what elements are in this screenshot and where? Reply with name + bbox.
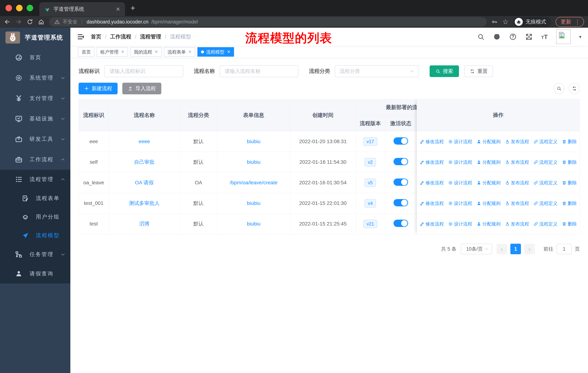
help-icon[interactable] [509,33,517,40]
sidebar-item-infra[interactable]: 基础设施 [0,109,70,129]
fullscreen-icon[interactable] [525,33,533,40]
action-edit-process[interactable]: 修改流程 [420,200,444,206]
sidebar-item-user-group[interactable]: 用户分组 [0,208,70,226]
browser-tab[interactable]: 芋道管理系统 ✕ [39,2,125,16]
form-info-link[interactable]: biubiu [247,200,261,206]
action-process-definition[interactable]: 流程定义 [534,180,557,186]
bookmark-star-icon[interactable]: ☆ [502,18,509,26]
action-edit-process[interactable]: 修改流程 [420,221,444,227]
caret-down-icon[interactable]: ▾ [579,34,581,40]
show-search-button[interactable] [554,83,565,94]
action-assign-rule[interactable]: 分配规则 [477,200,501,206]
process-name-link[interactable]: OA 请假 [135,180,154,185]
action-assign-rule[interactable]: 分配规则 [477,139,501,145]
sidebar-item-home[interactable]: 首页 [0,47,70,68]
breadcrumb-workflow[interactable]: 工作流程 [110,33,131,40]
active-toggle[interactable] [394,158,408,165]
action-publish-process[interactable]: 发布流程 [505,180,529,186]
action-design-process[interactable]: 设计流程 [448,159,472,165]
avatar[interactable] [556,30,571,44]
import-process-button[interactable]: 导入流程 [122,83,161,94]
process-name-link[interactable]: 滔博 [139,221,149,227]
search-button[interactable]: 搜索 [430,65,459,77]
goto-page-input[interactable] [557,244,572,254]
back-icon[interactable] [4,19,10,25]
action-edit-process[interactable]: 修改流程 [420,180,444,186]
action-design-process[interactable]: 设计流程 [448,180,472,186]
search-icon[interactable] [477,33,485,40]
version-badge[interactable]: v5 [365,179,376,187]
action-publish-process[interactable]: 发布流程 [505,139,529,145]
font-size-icon[interactable]: TT [541,33,547,40]
prev-page-button[interactable]: ‹ [496,244,507,254]
action-process-definition[interactable]: 流程定义 [534,159,557,165]
sidebar-item-leave-query[interactable]: 请假查询 [0,264,70,283]
key-icon[interactable] [491,19,498,25]
action-design-process[interactable]: 设计流程 [448,139,472,145]
version-badge[interactable]: v4 [365,199,376,208]
reload-icon[interactable] [27,19,33,25]
process-name-input[interactable] [220,65,298,77]
form-info-link[interactable]: biubiu [247,221,261,227]
address-bar[interactable]: 不安全 dashboard.yudao.iocoder.cn/bpm/manag… [49,17,487,27]
action-publish-process[interactable]: 发布流程 [505,159,529,165]
sidebar-item-devtools[interactable]: 研发工具 [0,129,70,149]
action-delete[interactable]: 删除 [562,159,577,165]
next-page-button[interactable]: › [524,244,535,254]
version-badge[interactable]: v17 [363,137,377,146]
window-close-button[interactable] [5,5,12,11]
process-name-link[interactable]: eeee [138,139,150,144]
action-assign-rule[interactable]: 分配规则 [477,180,501,186]
current-page-button[interactable]: 1 [510,244,521,254]
sidebar-item-system[interactable]: 系统管理 [0,68,70,88]
action-publish-process[interactable]: 发布流程 [505,200,529,206]
tag-close-icon[interactable]: ✕ [188,50,192,54]
breadcrumb-process-mgmt[interactable]: 流程管理 [140,33,161,40]
window-zoom-button[interactable] [27,5,33,11]
active-toggle[interactable] [394,137,408,145]
version-badge[interactable]: v2 [365,158,376,166]
tab-close-icon[interactable]: ✕ [116,6,120,12]
reset-button[interactable]: 重置 [464,65,493,77]
form-info-link[interactable]: biubiu [247,139,261,144]
action-assign-rule[interactable]: 分配规则 [477,221,501,227]
browser-menu-icon[interactable]: ⋮ [575,18,580,25]
form-info-link[interactable]: /bpm/oa/leave/create [230,180,278,185]
home-icon[interactable] [38,19,44,25]
tag-close-icon[interactable]: ✕ [121,50,124,54]
tag-close-icon[interactable]: ✕ [155,50,158,54]
github-icon[interactable] [493,33,501,40]
page-size-select[interactable]: 10条/页 [461,244,492,254]
action-delete[interactable]: 删除 [562,139,577,145]
action-edit-process[interactable]: 修改流程 [420,159,444,165]
window-minimize-button[interactable] [16,5,23,11]
active-toggle[interactable] [394,220,408,227]
sidebar-fold-icon[interactable] [77,33,84,40]
tag-close-icon[interactable]: ✕ [227,50,230,54]
action-process-definition[interactable]: 流程定义 [534,139,557,145]
active-toggle[interactable] [394,199,408,206]
version-badge[interactable]: v21 [363,220,377,228]
create-process-button[interactable]: 新建流程 [79,83,117,94]
form-info-link[interactable]: biubiu [247,159,261,165]
action-design-process[interactable]: 设计流程 [448,200,472,206]
action-delete[interactable]: 删除 [562,180,577,186]
action-process-definition[interactable]: 流程定义 [534,221,557,227]
action-assign-rule[interactable]: 分配规则 [477,159,501,165]
breadcrumb-home[interactable]: 首页 [91,33,101,40]
process-name-link[interactable]: 自己审批 [134,159,155,165]
action-design-process[interactable]: 设计流程 [448,221,472,227]
sidebar-item-task-mgmt[interactable]: 任务管理 [0,245,70,264]
action-delete[interactable]: 删除 [562,200,577,206]
action-process-definition[interactable]: 流程定义 [534,200,557,206]
sidebar-item-payment[interactable]: 支付管理 [0,88,70,109]
forward-icon[interactable] [15,19,22,25]
new-tab-button[interactable]: + [130,2,135,13]
sidebar-item-process-mgmt[interactable]: 流程管理 [0,170,70,189]
sidebar-item-process-model[interactable]: 流程模型 [0,226,70,245]
action-publish-process[interactable]: 发布流程 [505,221,529,227]
tag-my-process[interactable]: 我的流程✕ [130,47,161,57]
tag-tenant[interactable]: 租户管理✕ [97,47,128,57]
tag-home[interactable]: 首页 [78,47,94,57]
action-edit-process[interactable]: 修改流程 [420,139,444,145]
